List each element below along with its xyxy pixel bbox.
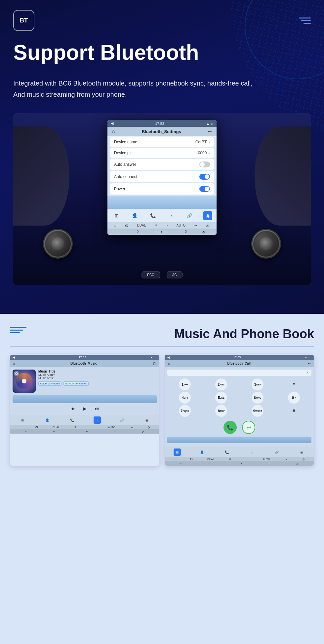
- dial-6[interactable]: 6MNO: [252, 392, 263, 404]
- auto-connect-toggle[interactable]: [199, 174, 210, 180]
- nav-phone-icon[interactable]: 📞: [148, 211, 158, 220]
- m-vol-spk[interactable]: 🔊: [142, 430, 145, 433]
- music-back-arrow[interactable]: ◀: [13, 356, 15, 359]
- auto-connect-row[interactable]: Auto connect: [110, 171, 214, 182]
- music-wave: [13, 395, 157, 403]
- music-home-icon[interactable]: ⌂: [13, 362, 15, 365]
- m-phone-icon[interactable]: 📞: [68, 416, 76, 424]
- vol-slider[interactable]: ——●——: [154, 230, 169, 233]
- back-arrow[interactable]: ◀: [111, 121, 113, 125]
- nav-link-icon[interactable]: 🔗: [185, 211, 194, 220]
- m-music-icon[interactable]: ♪: [94, 416, 101, 424]
- phone-clear-btn[interactable]: ✕: [306, 371, 309, 375]
- dial-5[interactable]: 5JKL: [215, 392, 227, 404]
- music-status-bar: ◀ 17:53 ▲ ▭: [10, 355, 159, 360]
- hero-title: Support Bluetooth: [13, 41, 311, 64]
- p-phone-icon[interactable]: 📞: [223, 448, 230, 456]
- p-vol-l[interactable]: ←: [179, 462, 182, 465]
- ctrl-home[interactable]: ⌂: [114, 224, 116, 227]
- dial-1[interactable]: 1 —: [179, 378, 191, 390]
- vol-speaker[interactable]: 🔊: [202, 230, 206, 233]
- m-ctrl-home[interactable]: ⌂: [19, 426, 20, 429]
- eco-button[interactable]: ECO: [142, 271, 160, 278]
- right-knob[interactable]: [251, 229, 281, 259]
- home-icon[interactable]: ⌂: [112, 129, 115, 134]
- p-ctrl-snow[interactable]: ❄: [229, 458, 231, 461]
- ac-button[interactable]: AC: [167, 271, 182, 278]
- prev-button[interactable]: ⏮: [70, 406, 75, 411]
- call-button[interactable]: 📞: [223, 421, 237, 434]
- power-toggle[interactable]: [199, 186, 210, 192]
- p-grid-icon[interactable]: ⊞: [174, 448, 181, 456]
- power-row[interactable]: Power: [110, 183, 214, 195]
- ctrl-recirculate[interactable]: ↝: [194, 224, 197, 227]
- m-ctrl-fan[interactable]: ~: [92, 426, 93, 429]
- nav-camera-icon[interactable]: ◉: [203, 211, 212, 220]
- p-ctrl-power[interactable]: ⏻: [190, 458, 192, 461]
- music-screen: ◀ 17:53 ▲ ▭ ⌂ Bluetooth_Music 🎵 💿: [10, 355, 159, 466]
- phone-vol-row: ← 0 ——● 0 🔊: [165, 461, 314, 466]
- p-ctrl-vol[interactable]: 🔊: [302, 458, 305, 461]
- music-status-time: 17:53: [79, 356, 86, 359]
- phone-back-icon[interactable]: ↩: [308, 362, 311, 365]
- p-user-icon[interactable]: 👤: [198, 448, 206, 456]
- auto-answer-row[interactable]: Auto answer: [110, 159, 214, 170]
- play-button[interactable]: ▶: [83, 406, 87, 411]
- m-camera-icon[interactable]: ◉: [143, 416, 150, 424]
- next-button[interactable]: ⏭: [95, 406, 99, 411]
- bt-logo: BT: [13, 10, 34, 31]
- hero-header: BT: [13, 10, 311, 31]
- volume-row: ← 0 ——●—— 0 🔊: [107, 229, 217, 235]
- music-controls: ⏮ ▶ ⏭: [13, 405, 157, 412]
- ctrl-fan[interactable]: ~: [166, 224, 168, 227]
- p-vol-spk[interactable]: 🔊: [296, 462, 300, 465]
- menu-icon[interactable]: [299, 18, 311, 24]
- dial-8[interactable]: 8TUV: [215, 405, 227, 417]
- m-link-icon[interactable]: 🔗: [118, 416, 126, 424]
- status-icons: ▲ ⌂: [206, 122, 213, 125]
- m-ctrl-rec[interactable]: ↝: [130, 426, 133, 429]
- section2-menu-icon[interactable]: [10, 327, 26, 333]
- p-ctrl-home[interactable]: ⌂: [173, 458, 175, 461]
- dial-0[interactable]: 0 ·: [288, 392, 300, 404]
- m-user-icon[interactable]: 👤: [44, 416, 51, 424]
- p-vol-slider[interactable]: ——●: [236, 462, 243, 465]
- music-nav-icon[interactable]: 🎵: [152, 362, 156, 365]
- nav-user-icon[interactable]: 👤: [130, 211, 140, 220]
- phone-home-icon[interactable]: ⌂: [168, 362, 170, 365]
- m-ctrl-power[interactable]: ⏻: [35, 426, 38, 429]
- vol-left[interactable]: ←: [118, 230, 121, 233]
- m-vol-slider[interactable]: ——●: [81, 430, 88, 433]
- dial-2[interactable]: 2ABC: [215, 378, 227, 390]
- ctrl-snow[interactable]: ❄: [155, 224, 157, 227]
- p-ctrl-fan[interactable]: ~: [246, 458, 248, 461]
- p-link-icon[interactable]: 🔗: [273, 448, 280, 456]
- dial-7[interactable]: 7PQRS: [179, 405, 191, 417]
- m-vol-l[interactable]: ←: [24, 430, 27, 433]
- dial-3[interactable]: 3DEF: [252, 378, 263, 390]
- m-ctrl-snow[interactable]: ❄: [74, 426, 77, 429]
- ctrl-volume[interactable]: 🔊: [206, 224, 210, 227]
- p-ctrl-auto: AUTO: [263, 458, 270, 461]
- dial-4[interactable]: 4GHI: [179, 392, 191, 404]
- phone-back-arrow[interactable]: ◀: [167, 356, 170, 359]
- left-knob[interactable]: [43, 229, 73, 259]
- nav-music-icon[interactable]: ♪: [167, 211, 176, 220]
- m-grid-icon[interactable]: ⊞: [19, 416, 26, 424]
- redial-button[interactable]: ↩: [242, 421, 255, 434]
- ctrl-power[interactable]: ⏻: [125, 224, 128, 227]
- back-icon[interactable]: ↩: [208, 129, 212, 134]
- bottom-nav: ⊞ 👤 📞 ♪ 🔗 ◉: [107, 209, 217, 222]
- p-camera-icon[interactable]: ◉: [298, 448, 305, 456]
- dial-9[interactable]: 9WXYZ: [252, 405, 263, 417]
- m-ctrl-vol[interactable]: 🔊: [147, 426, 151, 429]
- dial-star[interactable]: *: [288, 378, 300, 390]
- nav-grid-icon[interactable]: ⊞: [112, 211, 121, 220]
- dial-hash[interactable]: #: [288, 405, 300, 417]
- auto-answer-toggle[interactable]: [199, 161, 210, 167]
- device-name-row[interactable]: Device name CarBT ›: [110, 137, 214, 147]
- music-nav: ⌂ Bluetooth_Music 🎵: [10, 360, 159, 367]
- p-ctrl-rec[interactable]: ↝: [285, 458, 287, 461]
- p-music-icon[interactable]: ♪: [248, 448, 256, 456]
- device-pin-row[interactable]: Device pin 0000 ›: [110, 148, 214, 158]
